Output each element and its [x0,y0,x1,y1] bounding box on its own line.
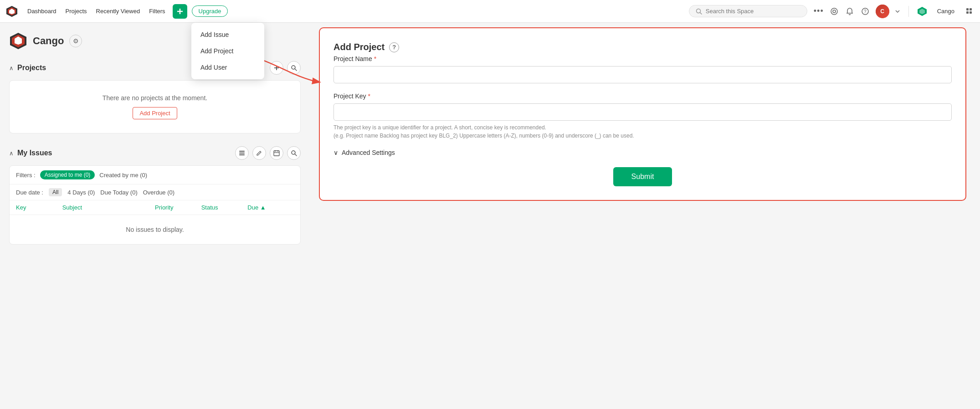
advanced-settings[interactable]: ∨ Advanced Settings [334,149,952,156]
issues-table-header: Key Subject Priority Status Due ▲ [10,200,300,215]
plus-icon [273,65,280,71]
project-name-required: * [374,55,376,62]
main-content: Cango ⚙ ∧ Projects [0,23,980,409]
edit-icon [256,150,262,156]
col-subject[interactable]: Subject [62,204,155,211]
issues-search-button[interactable] [287,146,301,160]
project-name-group: Project Name * [334,55,952,83]
col-key[interactable]: Key [16,204,62,211]
svg-rect-26 [239,154,245,155]
svg-rect-15 [966,11,969,14]
svg-rect-16 [970,11,972,14]
advanced-settings-label: Advanced Settings [342,149,395,156]
col-due[interactable]: Due ▲ [247,204,294,211]
nav-filters[interactable]: Filters [144,8,169,15]
svg-text:?: ? [864,9,867,14]
projects-toggle[interactable]: ∧ [9,65,14,72]
bell-icon[interactable] [845,6,855,16]
issues-list-button[interactable] [235,146,249,160]
search-icon [291,150,297,156]
svg-rect-24 [239,151,245,152]
workspace-settings-button[interactable]: ⚙ [69,35,82,47]
project-name-label-text: Project Name [334,55,372,62]
project-key-hint: The project key is a unique identifier f… [334,123,952,140]
app-logo[interactable] [5,5,18,18]
form-help-icon[interactable]: ? [389,42,399,52]
projects-add-button[interactable] [270,61,283,75]
assigned-to-me-filter[interactable]: Assigned to me (0) [40,170,95,179]
project-key-label-text: Project Key [334,92,366,100]
add-issue-item[interactable]: Add Issue [191,26,264,43]
svg-point-7 [831,8,837,15]
projects-empty-card: There are no projects at the moment. Add… [9,80,301,133]
col-priority[interactable]: Priority [155,204,201,211]
projects-empty-text: There are no projects at the moment. [19,94,291,102]
divider [908,6,909,17]
project-key-label: Project Key * [334,92,952,100]
filters-label: Filters : [16,172,36,179]
advanced-toggle-icon: ∨ [334,149,338,156]
workspace-name: Cango [33,35,64,47]
issues-section-header: ∧ My Issues [9,146,301,160]
issues-calendar-button[interactable] [270,146,283,160]
nav-recently-viewed[interactable]: Recently Viewed [92,8,145,15]
svg-rect-14 [970,8,972,10]
svg-line-6 [700,12,702,14]
search-bar[interactable] [689,5,807,17]
nav-dashboard[interactable]: Dashboard [23,8,61,15]
nav-projects[interactable]: Projects [61,8,92,15]
due-overdue-filter[interactable]: Overdue (0) [143,189,174,196]
svg-rect-13 [966,8,969,10]
filters-row: Filters : Assigned to me (0) Created by … [10,166,300,184]
col-status[interactable]: Status [201,204,248,211]
projects-search-button[interactable] [287,61,301,75]
created-by-me-filter[interactable]: Created by me (0) [99,172,147,179]
cango-label[interactable]: Cango [933,8,959,15]
add-project-button[interactable]: Add Project [133,107,177,119]
dropdown-menu: Add Issue Add Project Add User [191,23,264,79]
view-icon[interactable] [829,6,839,16]
chevron-down-icon[interactable] [895,9,900,14]
issues-section: ∧ My Issues [9,146,301,245]
issues-toggle[interactable]: ∧ [9,150,14,157]
more-options-icon[interactable]: ••• [814,6,824,16]
due-today-filter[interactable]: Due Today (0) [100,189,137,196]
nav-icons: ••• ? C [814,5,975,18]
workspace-logo [9,32,27,50]
project-key-input[interactable] [334,103,952,121]
grid-icon[interactable] [965,6,975,16]
search-input[interactable] [706,8,797,15]
navbar: Dashboard Projects Recently Viewed Filte… [0,0,980,23]
project-key-group: Project Key * The project key is a uniqu… [334,92,952,140]
due-4days-filter[interactable]: 4 Days (0) [67,189,95,196]
add-project-item[interactable]: Add Project [191,43,264,59]
no-issues-text: No issues to display. [10,215,300,244]
svg-line-23 [295,69,297,71]
search-icon [291,65,297,71]
cango-mini-logo [917,6,927,16]
project-name-label: Project Name * [334,55,952,62]
form-title-text: Add Project [334,42,385,52]
add-project-form: Add Project ? Project Name * Project Key… [319,27,966,201]
svg-line-32 [295,154,297,156]
due-date-label: Due date : [16,189,43,196]
add-button[interactable] [173,4,187,19]
project-key-required: * [368,92,370,100]
due-all-filter[interactable]: All [49,188,62,196]
svg-point-8 [833,10,836,13]
submit-button[interactable]: Submit [613,167,672,186]
svg-rect-25 [239,153,245,153]
project-name-input[interactable] [334,66,952,83]
issues-edit-button[interactable] [252,146,266,160]
projects-actions [270,61,301,75]
gear-icon: ⚙ [73,37,79,45]
list-icon [239,150,245,156]
search-icon [696,8,702,15]
avatar[interactable]: C [876,5,889,18]
add-user-item[interactable]: Add User [191,59,264,76]
calendar-icon [273,150,280,156]
help-icon[interactable]: ? [860,6,870,16]
form-title: Add Project ? [334,42,952,52]
upgrade-button[interactable]: Upgrade [192,5,228,17]
due-date-row: Due date : All 4 Days (0) Due Today (0) … [10,184,300,200]
